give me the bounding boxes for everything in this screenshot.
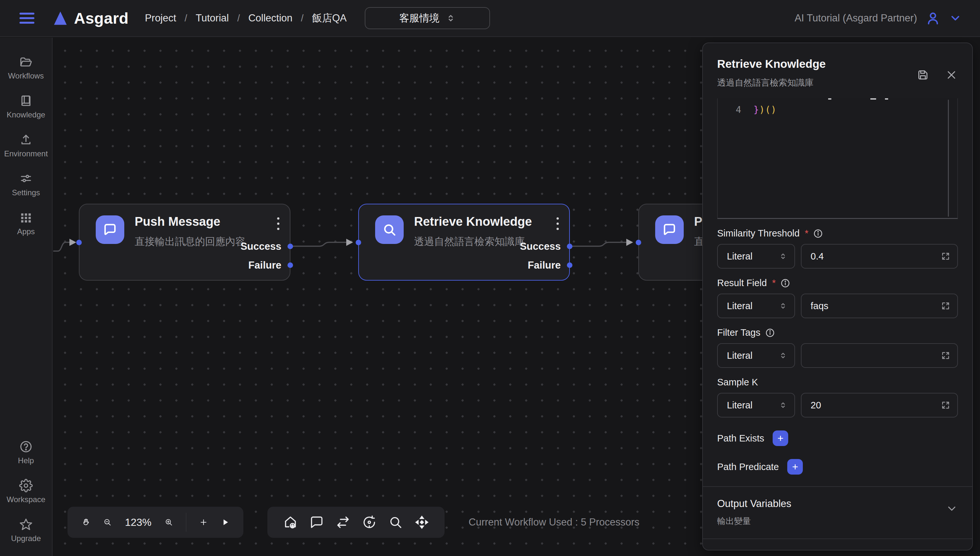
value-input-wrap [801, 244, 958, 268]
success-port[interactable] [288, 244, 293, 249]
sidebar-item-workspace[interactable]: Workspace [6, 479, 45, 504]
sliders-icon [19, 172, 33, 186]
node-title: Retrieve Knowledge [414, 215, 532, 229]
code-line-content: })() [741, 103, 776, 117]
environment-selector[interactable]: 客服情境 [365, 7, 490, 29]
info-icon[interactable] [813, 228, 823, 239]
expand-icon[interactable] [940, 251, 951, 262]
result-field-input[interactable] [810, 301, 940, 311]
info-icon[interactable] [765, 328, 775, 338]
similarity-threshold-input[interactable] [810, 251, 940, 262]
expand-icon[interactable] [940, 400, 951, 411]
run-play-icon[interactable] [221, 515, 229, 529]
field-label-similarity-threshold: Similarity Threshold * [717, 228, 958, 239]
sidebar-item-knowledge[interactable]: Knowledge [7, 94, 45, 120]
toolbar-divider [186, 513, 186, 532]
port-label-failure: Failure [528, 260, 561, 271]
rerun-icon[interactable] [362, 514, 377, 530]
node-retrieve-knowledge[interactable]: Retrieve Knowledge 透過自然語言檢索知識庫 Success F… [358, 204, 570, 281]
gear-icon [19, 479, 33, 493]
environment-selector-label: 客服情境 [399, 11, 439, 25]
sample-k-input[interactable] [810, 400, 940, 411]
breadcrumb: Project / Tutorial / Collection / 飯店QA [145, 11, 346, 25]
breadcrumb-tutorial[interactable]: Tutorial [196, 12, 229, 24]
type-select-sample-k[interactable]: Literal [717, 393, 795, 417]
field-label-result-field: Result Field * [717, 278, 958, 288]
workflow-status-text: Current Workflow Used : 5 Processors [469, 507, 640, 538]
node-config-panel: Retrieve Knowledge 透過自然語言檢索知識庫 4 })() Si… [702, 42, 973, 551]
code-scrollbar[interactable] [948, 100, 949, 217]
sidebar-item-upgrade[interactable]: Upgrade [11, 518, 41, 543]
logo-text: Asgard [74, 10, 128, 27]
sidebar-item-settings[interactable]: Settings [12, 172, 40, 197]
output-variables-section[interactable]: Output Variables 輸出變量 [717, 498, 958, 527]
failure-port[interactable] [567, 262, 572, 268]
comment-icon[interactable] [309, 514, 325, 530]
input-port[interactable] [76, 240, 82, 245]
type-select-filter-tags[interactable]: Literal [717, 343, 795, 368]
sidebar-item-label: Workflows [8, 71, 44, 81]
add-path-predicate-button[interactable]: + [787, 459, 803, 475]
account-chevron-down-icon[interactable] [949, 12, 962, 25]
sidebar-item-workflows[interactable]: Workflows [8, 55, 44, 81]
chat-bubble-icon [655, 215, 684, 244]
input-port[interactable] [636, 240, 641, 245]
expand-icon[interactable] [940, 301, 951, 311]
sidebar-item-apps[interactable]: Apps [17, 211, 35, 236]
output-variables-title: Output Variables [717, 498, 791, 510]
add-node-icon[interactable] [283, 514, 298, 530]
node-title: Push Message [135, 215, 220, 229]
sidebar-item-environment[interactable]: Environment [4, 133, 48, 158]
select-chevrons-icon [779, 401, 787, 409]
asgard-logo-icon [52, 10, 69, 27]
info-icon[interactable] [780, 278, 791, 288]
edge-arrowhead [626, 239, 633, 246]
panel-divider [703, 486, 972, 487]
input-port[interactable] [356, 240, 361, 245]
output-variables-subtitle: 輸出變量 [717, 516, 791, 527]
apps-grid-icon [19, 211, 33, 225]
sidebar-item-help[interactable]: Help [18, 440, 34, 465]
type-select-result-field[interactable]: Literal [717, 294, 795, 318]
sidebar-item-label: Knowledge [7, 110, 45, 120]
edge-arrowhead [346, 239, 353, 246]
user-icon[interactable] [925, 11, 940, 26]
hamburger-menu-icon[interactable] [19, 13, 34, 24]
breadcrumb-current[interactable]: 飯店QA [312, 11, 346, 25]
add-path-exists-button[interactable]: + [773, 430, 788, 446]
next-step-section[interactable]: Next Step 新增或選擇下一個節點 [717, 550, 958, 551]
edge-incoming [53, 242, 70, 251]
top-bar: Asgard Project / Tutorial / Collection /… [0, 0, 980, 37]
success-port[interactable] [567, 244, 572, 249]
zoom-in-icon[interactable] [165, 515, 173, 530]
code-editor[interactable]: 4 })() [717, 98, 958, 219]
expand-icon[interactable] [940, 350, 951, 361]
edge-node2-node3 [570, 242, 626, 246]
sidebar-item-label: Settings [12, 188, 40, 197]
chevron-down-icon[interactable] [946, 503, 958, 515]
search-icon[interactable] [388, 514, 403, 530]
filter-tags-input[interactable] [810, 350, 940, 361]
node-subtitle: 直接輸出訊息的回應內容 [135, 235, 245, 249]
zoom-level[interactable]: 123% [125, 516, 152, 529]
upload-icon [19, 133, 33, 147]
path-exists-row: Path Exists + [717, 430, 958, 446]
close-icon[interactable] [945, 68, 958, 81]
zoom-out-icon[interactable] [103, 515, 112, 530]
fit-view-icon[interactable] [414, 514, 430, 530]
node-menu-kebab-icon[interactable] [277, 217, 280, 230]
breadcrumb-separator: / [301, 13, 303, 24]
swap-arrows-icon[interactable] [335, 514, 351, 530]
pan-hand-icon[interactable] [82, 515, 90, 530]
node-menu-kebab-icon[interactable] [556, 217, 559, 230]
path-predicate-label: Path Predicate [717, 462, 779, 472]
edge-arrowhead [70, 239, 76, 246]
node-push-message-1[interactable]: Push Message 直接輸出訊息的回應內容 Success Failure [79, 204, 290, 281]
breadcrumb-project[interactable]: Project [145, 12, 176, 24]
failure-port[interactable] [288, 262, 293, 268]
save-icon[interactable] [916, 68, 929, 81]
type-select-similarity-threshold[interactable]: Literal [717, 244, 795, 268]
help-circle-icon [19, 440, 33, 454]
breadcrumb-collection[interactable]: Collection [248, 12, 293, 24]
add-icon[interactable] [199, 515, 208, 530]
